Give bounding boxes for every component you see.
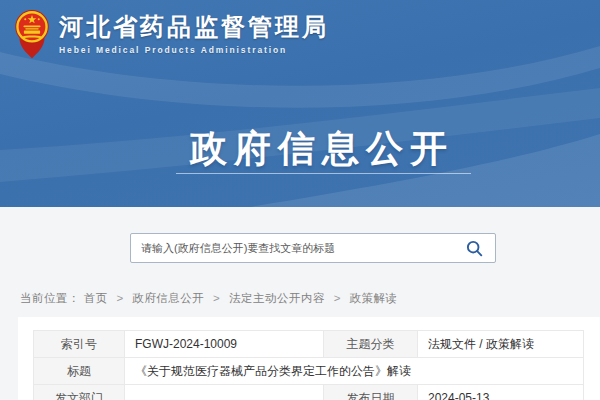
breadcrumb-separator: > xyxy=(116,292,123,304)
breadcrumb-item-home[interactable]: 首页 xyxy=(84,292,108,304)
page-title: 政府信息公开 xyxy=(0,124,600,174)
breadcrumb-separator: > xyxy=(334,292,341,304)
breadcrumb-item-policy-interpretation[interactable]: 政策解读 xyxy=(350,292,398,304)
table-row: 标题 《关于规范医疗器械产品分类界定工作的公告》解读 xyxy=(34,358,584,385)
department-label: 发文部门 xyxy=(34,385,125,400)
site-name-chinese: 河北省药品监督管理局 xyxy=(59,13,329,41)
site-name-block: 河北省药品监督管理局 Hebei Medical Products Admini… xyxy=(59,13,329,55)
site-header-banner: 河北省药品监督管理局 Hebei Medical Products Admini… xyxy=(0,0,600,207)
table-row: 发文部门 发布日期 2024-05-13 xyxy=(34,385,584,400)
search-box xyxy=(130,233,496,263)
publish-date-value: 2024-05-13 xyxy=(418,385,584,400)
title-value: 《关于规范医疗器械产品分类界定工作的公告》解读 xyxy=(125,358,584,385)
breadcrumb-item-statutory-disclosure[interactable]: 法定主动公开内容 xyxy=(229,292,325,304)
breadcrumb-item-gov-info[interactable]: 政府信息公开 xyxy=(132,292,204,304)
site-name-english: Hebei Medical Products Administration xyxy=(59,45,329,55)
title-label: 标题 xyxy=(34,358,125,385)
breadcrumb: 当前位置： 首页 > 政府信息公开 > 法定主动公开内容 > 政策解读 xyxy=(20,291,398,306)
document-metadata-table: 索引号 FGWJ-2024-10009 主题分类 法规文件 / 政策解读 标题 … xyxy=(33,330,584,400)
table-row: 索引号 FGWJ-2024-10009 主题分类 法规文件 / 政策解读 xyxy=(34,331,584,358)
page-root: 河北省药品监督管理局 Hebei Medical Products Admini… xyxy=(0,0,600,400)
category-value: 法规文件 / 政策解读 xyxy=(418,331,584,358)
search-input[interactable] xyxy=(131,234,460,262)
index-number-label: 索引号 xyxy=(34,331,125,358)
national-emblem-icon xyxy=(14,8,50,60)
department-value xyxy=(125,385,324,400)
breadcrumb-separator: > xyxy=(213,292,220,304)
search-button[interactable] xyxy=(460,240,495,257)
content-card: 索引号 FGWJ-2024-10009 主题分类 法规文件 / 政策解读 标题 … xyxy=(18,317,600,400)
index-number-value: FGWJ-2024-10009 xyxy=(125,331,324,358)
search-icon xyxy=(466,240,483,257)
category-label: 主题分类 xyxy=(324,331,418,358)
site-logo[interactable]: 河北省药品监督管理局 Hebei Medical Products Admini… xyxy=(14,8,329,60)
page-title-underline xyxy=(176,173,471,174)
breadcrumb-label: 当前位置： xyxy=(20,292,80,304)
publish-date-label: 发布日期 xyxy=(324,385,418,400)
